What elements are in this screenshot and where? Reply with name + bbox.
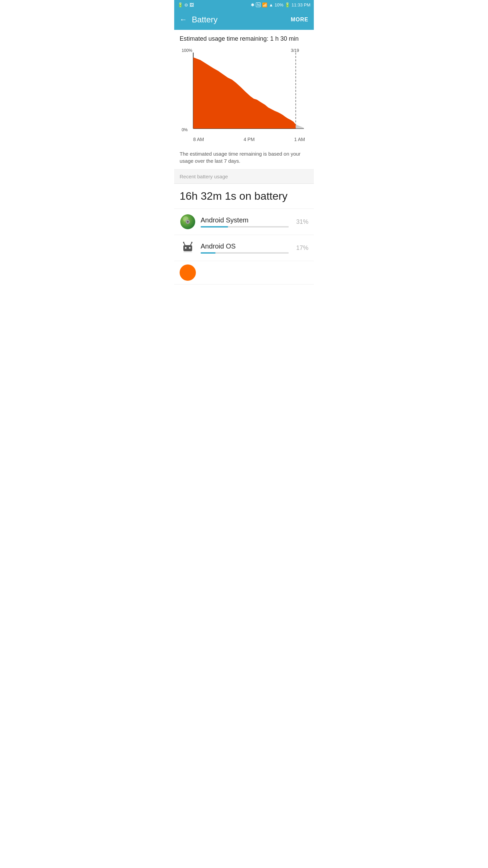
android-os-bar-fill [201,252,216,254]
estimated-section: Estimated usage time remaining: 1 h 30 m… [174,30,314,145]
battery-status-icon: 🔋 [285,2,290,7]
svg-rect-17 [183,252,192,252]
android-system-percent: 31% [293,218,308,225]
wifi-icon: 📶 [262,2,267,7]
android-os-bar-bg [201,252,289,254]
toolbar-left: ← Battery [180,15,218,24]
image-icon: 🖼 [189,2,194,7]
svg-point-11 [185,247,187,249]
more-button[interactable]: MORE [291,17,308,23]
disclaimer-text: The estimated usage time remaining is ba… [174,145,314,170]
battery-percent: 10% [274,2,283,7]
android-os-info: Android OS [201,242,289,254]
bluetooth-icon: ✱ [251,2,255,7]
time-display: 11:33 PM [291,2,310,7]
toolbar: ← Battery MORE [174,9,314,30]
android-os-icon-container [180,240,196,256]
android-system-icon [180,214,196,230]
android-os-icon [180,240,195,255]
android-system-info: Android System [201,216,289,228]
chart-svg: 100% 0% 3/19 [181,47,307,135]
battery-total-time: 16h 32m 1s on battery [174,184,314,209]
android-system-icon-container [180,214,196,230]
minus-icon: ⊖ [184,2,188,7]
battery-projected-area [296,124,304,129]
other-icon-container [180,264,196,281]
android-system-bar-bg [201,226,289,228]
svg-point-15 [183,242,184,243]
back-button[interactable]: ← [180,15,187,24]
svg-text:100%: 100% [182,48,192,53]
battery-drain-area [193,57,296,129]
x-label-4pm: 4 PM [244,137,255,142]
svg-text:3/19: 3/19 [291,48,299,53]
chart-x-labels: 8 AM 4 PM 1 AM [180,135,308,142]
svg-point-16 [191,242,192,243]
status-left-icons: 🔋 ⊖ 🖼 [178,2,194,7]
battery-icon: 🔋 [178,2,183,7]
android-os-name: Android OS [201,242,289,250]
svg-line-13 [184,243,185,245]
svg-rect-10 [183,245,192,251]
svg-line-14 [190,243,192,245]
signal-icon: ▲ [269,2,273,7]
usage-item-android-system[interactable]: Android System 31% [174,209,314,235]
x-label-8am: 8 AM [193,137,204,142]
android-os-percent: 17% [293,244,308,252]
usage-item-other[interactable] [174,261,314,284]
nfc-icon: N [256,2,261,7]
other-app-icon [180,264,196,281]
recent-usage-header: Recent battery usage [174,170,314,184]
svg-text:0%: 0% [182,127,188,132]
status-right-icons: ✱ N 📶 ▲ 10% 🔋 11:33 PM [251,2,310,7]
svg-point-9 [187,221,189,223]
status-bar: 🔋 ⊖ 🖼 ✱ N 📶 ▲ 10% 🔋 11:33 PM [174,0,314,9]
estimated-time-text: Estimated usage time remaining: 1 h 30 m… [180,35,308,42]
svg-point-12 [189,247,191,249]
android-system-bar-fill [201,226,228,228]
content-area: Estimated usage time remaining: 1 h 30 m… [174,30,314,284]
page-title: Battery [192,15,218,24]
android-system-name: Android System [201,216,289,224]
x-label-1am: 1 AM [294,137,305,142]
battery-chart: 100% 0% 3/19 [180,47,308,135]
usage-item-android-os[interactable]: Android OS 17% [174,235,314,261]
